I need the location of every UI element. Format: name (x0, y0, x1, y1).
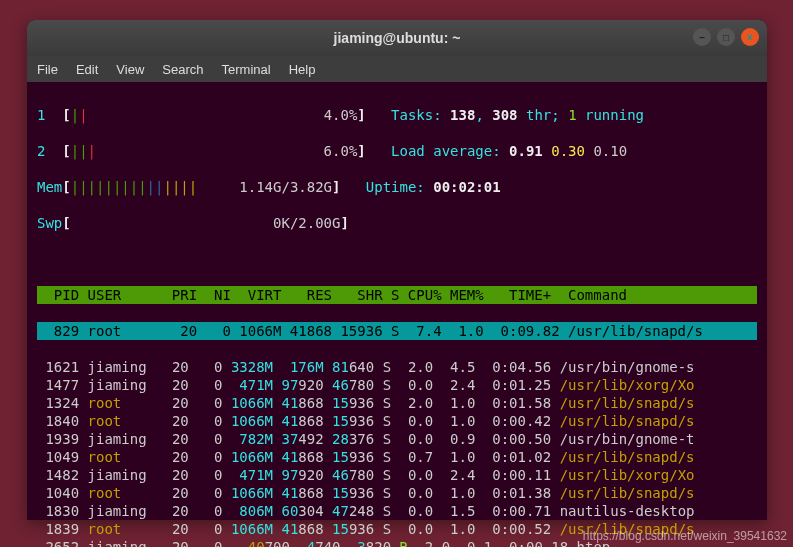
watermark: https://blog.csdn.net/weixin_39541632 (583, 529, 787, 543)
cpu2-label: 2 (37, 143, 45, 159)
load-label: Load average: (391, 143, 509, 159)
tasks-count: 138 (450, 107, 475, 123)
table-row[interactable]: 1939 jiaming 20 0 782M 37492 28376 S 0.0… (37, 430, 757, 448)
menu-view[interactable]: View (116, 62, 144, 77)
cpu2-pct: 6.0% (324, 143, 358, 159)
table-row[interactable]: 1040 root 20 0 1066M 41868 15936 S 0.0 1… (37, 484, 757, 502)
tasks-label: Tasks: (391, 107, 450, 123)
maximize-button[interactable]: □ (717, 28, 735, 46)
uptime: 00:02:01 (433, 179, 500, 195)
running-count: 1 (568, 107, 576, 123)
load3: 0.10 (593, 143, 627, 159)
table-row[interactable]: 1830 jiaming 20 0 806M 60304 47248 S 0.0… (37, 502, 757, 520)
table-row[interactable]: 1477 jiaming 20 0 471M 97920 46780 S 0.0… (37, 376, 757, 394)
mem-label: Mem (37, 179, 62, 195)
terminal-content: 1 [|| 4.0%] Tasks: 138, 308 thr; 1 runni… (27, 82, 767, 547)
swp-usage: 0K/2.00G (273, 215, 340, 231)
table-row[interactable]: 1621 jiaming 20 0 3328M 176M 81640 S 2.0… (37, 358, 757, 376)
process-list[interactable]: 1621 jiaming 20 0 3328M 176M 81640 S 2.0… (37, 358, 757, 547)
load1: 0.91 (509, 143, 543, 159)
window-title: jiaming@ubuntu: ~ (334, 30, 461, 46)
table-row[interactable]: 1324 root 20 0 1066M 41868 15936 S 2.0 1… (37, 394, 757, 412)
menu-terminal[interactable]: Terminal (222, 62, 271, 77)
column-header[interactable]: PID USER PRI NI VIRT RES SHR S CPU% MEM%… (37, 286, 757, 304)
cpu1-label: 1 (37, 107, 45, 123)
menu-edit[interactable]: Edit (76, 62, 98, 77)
cpu1-pct: 4.0% (324, 107, 358, 123)
menu-file[interactable]: File (37, 62, 58, 77)
load2: 0.30 (551, 143, 585, 159)
swp-label: Swp (37, 215, 62, 231)
titlebar[interactable]: jiaming@ubuntu: ~ – □ × (27, 20, 767, 56)
close-button[interactable]: × (741, 28, 759, 46)
terminal-window: jiaming@ubuntu: ~ – □ × File Edit View S… (27, 20, 767, 520)
menubar: File Edit View Search Terminal Help (27, 56, 767, 82)
mem-usage: 1.14G/3.82G (239, 179, 332, 195)
selected-row[interactable]: 829 root 20 0 1066M 41868 15936 S 7.4 1.… (37, 322, 757, 340)
window-buttons: – □ × (693, 28, 759, 46)
menu-search[interactable]: Search (162, 62, 203, 77)
uptime-label: Uptime: (366, 179, 433, 195)
table-row[interactable]: 1482 jiaming 20 0 471M 97920 46780 S 0.0… (37, 466, 757, 484)
minimize-button[interactable]: – (693, 28, 711, 46)
menu-help[interactable]: Help (289, 62, 316, 77)
table-row[interactable]: 1049 root 20 0 1066M 41868 15936 S 0.7 1… (37, 448, 757, 466)
thr-count: 308 (492, 107, 517, 123)
table-row[interactable]: 1840 root 20 0 1066M 41868 15936 S 0.0 1… (37, 412, 757, 430)
